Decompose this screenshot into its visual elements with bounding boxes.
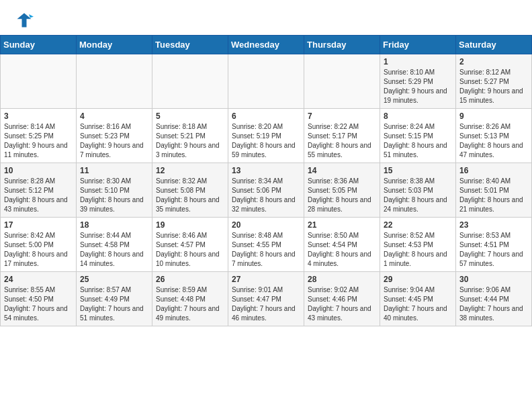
day-number: 28 <box>308 275 376 284</box>
calendar-cell: 20Sunrise: 8:48 AM Sunset: 4:55 PM Dayli… <box>228 218 304 272</box>
calendar-cell: 14Sunrise: 8:36 AM Sunset: 5:05 PM Dayli… <box>304 163 380 218</box>
day-info: Sunrise: 9:01 AM Sunset: 4:47 PM Dayligh… <box>232 285 300 323</box>
calendar-cell: 4Sunrise: 8:16 AM Sunset: 5:23 PM Daylig… <box>77 109 152 163</box>
calendar-cell: 28Sunrise: 9:02 AM Sunset: 4:46 PM Dayli… <box>304 272 380 326</box>
day-info: Sunrise: 8:36 AM Sunset: 5:05 PM Dayligh… <box>308 177 376 214</box>
calendar-cell: 15Sunrise: 8:38 AM Sunset: 5:03 PM Dayli… <box>380 163 456 218</box>
svg-marker-0 <box>17 13 32 28</box>
calendar-cell: 5Sunrise: 8:18 AM Sunset: 5:21 PM Daylig… <box>152 109 228 163</box>
day-info: Sunrise: 8:10 AM Sunset: 5:29 PM Dayligh… <box>384 68 452 105</box>
day-number: 25 <box>80 275 148 284</box>
calendar-week-2: 3Sunrise: 8:14 AM Sunset: 5:25 PM Daylig… <box>1 109 532 163</box>
day-info: Sunrise: 8:57 AM Sunset: 4:49 PM Dayligh… <box>80 285 148 323</box>
day-info: Sunrise: 8:42 AM Sunset: 5:00 PM Dayligh… <box>4 231 73 269</box>
calendar-cell: 10Sunrise: 8:28 AM Sunset: 5:12 PM Dayli… <box>1 163 77 218</box>
day-number: 27 <box>232 275 300 284</box>
calendar-week-3: 10Sunrise: 8:28 AM Sunset: 5:12 PM Dayli… <box>1 163 532 218</box>
day-number: 29 <box>384 275 452 284</box>
day-number: 17 <box>4 220 73 230</box>
calendar-cell: 3Sunrise: 8:14 AM Sunset: 5:25 PM Daylig… <box>1 109 77 163</box>
calendar-cell: 21Sunrise: 8:50 AM Sunset: 4:54 PM Dayli… <box>304 218 380 272</box>
day-number: 1 <box>384 57 452 66</box>
calendar-cell: 30Sunrise: 9:06 AM Sunset: 4:44 PM Dayli… <box>456 272 532 326</box>
calendar-cell: 23Sunrise: 8:53 AM Sunset: 4:51 PM Dayli… <box>456 218 532 272</box>
day-info: Sunrise: 8:30 AM Sunset: 5:10 PM Dayligh… <box>80 177 148 214</box>
calendar-cell: 2Sunrise: 8:12 AM Sunset: 5:27 PM Daylig… <box>456 54 532 109</box>
col-saturday: Saturday <box>456 36 532 54</box>
day-info: Sunrise: 9:02 AM Sunset: 4:46 PM Dayligh… <box>308 285 376 323</box>
day-info: Sunrise: 8:44 AM Sunset: 4:58 PM Dayligh… <box>80 231 148 269</box>
day-info: Sunrise: 8:40 AM Sunset: 5:01 PM Dayligh… <box>459 177 528 214</box>
day-number: 8 <box>384 111 452 121</box>
calendar-cell: 13Sunrise: 8:34 AM Sunset: 5:06 PM Dayli… <box>228 163 304 218</box>
calendar-week-5: 24Sunrise: 8:55 AM Sunset: 4:50 PM Dayli… <box>1 272 532 326</box>
calendar-table: Sunday Monday Tuesday Wednesday Thursday… <box>0 35 532 326</box>
day-number: 4 <box>80 111 148 121</box>
calendar-cell: 22Sunrise: 8:52 AM Sunset: 4:53 PM Dayli… <box>380 218 456 272</box>
calendar-cell: 9Sunrise: 8:26 AM Sunset: 5:13 PM Daylig… <box>456 109 532 163</box>
calendar-body: 1Sunrise: 8:10 AM Sunset: 5:29 PM Daylig… <box>1 54 532 326</box>
day-info: Sunrise: 8:50 AM Sunset: 4:54 PM Dayligh… <box>308 231 376 269</box>
day-info: Sunrise: 8:14 AM Sunset: 5:25 PM Dayligh… <box>4 122 73 160</box>
day-info: Sunrise: 8:32 AM Sunset: 5:08 PM Dayligh… <box>156 177 224 214</box>
svg-marker-1 <box>29 14 34 17</box>
calendar-cell: 1Sunrise: 8:10 AM Sunset: 5:29 PM Daylig… <box>380 54 456 109</box>
col-monday: Monday <box>77 36 152 54</box>
day-number: 14 <box>308 166 376 175</box>
day-number: 22 <box>384 220 452 230</box>
day-number: 19 <box>156 220 224 230</box>
day-info: Sunrise: 8:28 AM Sunset: 5:12 PM Dayligh… <box>4 177 73 214</box>
day-info: Sunrise: 8:53 AM Sunset: 4:51 PM Dayligh… <box>459 231 528 269</box>
calendar-cell <box>304 54 380 109</box>
day-number: 13 <box>232 166 300 175</box>
day-info: Sunrise: 8:12 AM Sunset: 5:27 PM Dayligh… <box>459 68 528 105</box>
calendar-cell: 24Sunrise: 8:55 AM Sunset: 4:50 PM Dayli… <box>1 272 77 326</box>
calendar-cell: 6Sunrise: 8:20 AM Sunset: 5:19 PM Daylig… <box>228 109 304 163</box>
calendar-cell: 18Sunrise: 8:44 AM Sunset: 4:58 PM Dayli… <box>77 218 152 272</box>
day-info: Sunrise: 8:55 AM Sunset: 4:50 PM Dayligh… <box>4 285 73 323</box>
day-number: 20 <box>232 220 300 230</box>
day-info: Sunrise: 9:04 AM Sunset: 4:45 PM Dayligh… <box>384 285 452 323</box>
day-number: 11 <box>80 166 148 175</box>
day-info: Sunrise: 8:22 AM Sunset: 5:17 PM Dayligh… <box>308 122 376 160</box>
col-sunday: Sunday <box>1 36 77 54</box>
col-thursday: Thursday <box>304 36 380 54</box>
logo-bird-icon <box>15 11 34 30</box>
day-info: Sunrise: 8:59 AM Sunset: 4:48 PM Dayligh… <box>156 285 224 323</box>
calendar-week-4: 17Sunrise: 8:42 AM Sunset: 5:00 PM Dayli… <box>1 218 532 272</box>
col-tuesday: Tuesday <box>152 36 228 54</box>
day-number: 21 <box>308 220 376 230</box>
day-info: Sunrise: 8:46 AM Sunset: 4:57 PM Dayligh… <box>156 231 224 269</box>
calendar-cell: 19Sunrise: 8:46 AM Sunset: 4:57 PM Dayli… <box>152 218 228 272</box>
calendar-cell: 17Sunrise: 8:42 AM Sunset: 5:00 PM Dayli… <box>1 218 77 272</box>
day-number: 18 <box>80 220 148 230</box>
day-info: Sunrise: 8:24 AM Sunset: 5:15 PM Dayligh… <box>384 122 452 160</box>
day-number: 7 <box>308 111 376 121</box>
day-number: 15 <box>384 166 452 175</box>
day-number: 12 <box>156 166 224 175</box>
calendar-cell <box>152 54 228 109</box>
day-number: 5 <box>156 111 224 121</box>
day-number: 3 <box>4 111 73 121</box>
page-header <box>0 0 532 35</box>
day-number: 9 <box>459 111 528 121</box>
calendar-cell: 26Sunrise: 8:59 AM Sunset: 4:48 PM Dayli… <box>152 272 228 326</box>
day-number: 23 <box>459 220 528 230</box>
day-info: Sunrise: 8:18 AM Sunset: 5:21 PM Dayligh… <box>156 122 224 160</box>
day-info: Sunrise: 8:20 AM Sunset: 5:19 PM Dayligh… <box>232 122 300 160</box>
day-info: Sunrise: 8:26 AM Sunset: 5:13 PM Dayligh… <box>459 122 528 160</box>
day-info: Sunrise: 8:38 AM Sunset: 5:03 PM Dayligh… <box>384 177 452 214</box>
calendar-cell <box>77 54 152 109</box>
logo <box>13 11 34 30</box>
col-wednesday: Wednesday <box>228 36 304 54</box>
day-number: 10 <box>4 166 73 175</box>
day-info: Sunrise: 8:16 AM Sunset: 5:23 PM Dayligh… <box>80 122 148 160</box>
col-friday: Friday <box>380 36 456 54</box>
day-number: 30 <box>459 275 528 284</box>
calendar-week-1: 1Sunrise: 8:10 AM Sunset: 5:29 PM Daylig… <box>1 54 532 109</box>
day-number: 16 <box>459 166 528 175</box>
day-info: Sunrise: 8:48 AM Sunset: 4:55 PM Dayligh… <box>232 231 300 269</box>
day-number: 2 <box>459 57 528 66</box>
calendar-cell: 7Sunrise: 8:22 AM Sunset: 5:17 PM Daylig… <box>304 109 380 163</box>
calendar-cell: 25Sunrise: 8:57 AM Sunset: 4:49 PM Dayli… <box>77 272 152 326</box>
